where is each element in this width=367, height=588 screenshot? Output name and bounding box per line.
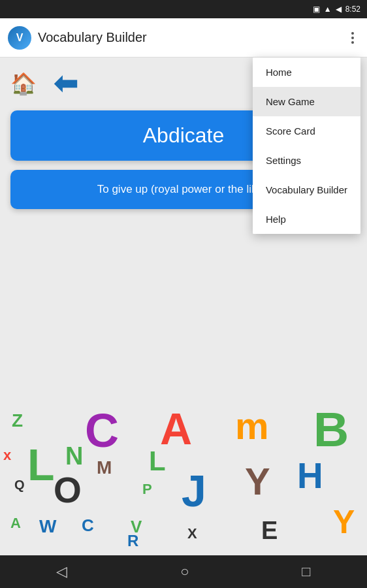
scattered-letter-6: L [27, 439, 55, 490]
scattered-letter-11: O [54, 469, 82, 511]
nav-back-button[interactable]: ◁ [43, 558, 80, 585]
scattered-letter-18: C [82, 515, 94, 536]
scattered-letter-9: L [149, 446, 166, 477]
scattered-letter-15: H [297, 455, 323, 497]
bottom-nav: ◁ ○ □ [0, 555, 367, 588]
status-bar-right: ▣ ▲ ◀ 8:52 [313, 5, 360, 14]
scattered-letter-5: x [3, 447, 11, 464]
dropdown-menu: Home New Game Score Card Settings Vocabu… [253, 57, 360, 234]
nav-home-button[interactable]: ○ [167, 558, 202, 585]
overflow-dot-2 [351, 37, 354, 39]
app-title: Vocabulary Builder [38, 30, 147, 45]
scattered-letter-8: M [97, 457, 112, 478]
scattered-letter-4: B [313, 405, 349, 457]
scattered-letter-23: Y [333, 503, 355, 541]
scattered-letter-1: C [85, 405, 119, 457]
scattered-letter-21: X [187, 525, 197, 542]
status-bar: ▣ ▲ ◀ 8:52 [0, 0, 367, 18]
app-bar-left: V Vocabulary Builder [8, 26, 147, 50]
logo-text: V [16, 32, 24, 44]
scattered-letter-12: P [142, 481, 152, 498]
definition-text: To give up (royal power or the like). [97, 183, 270, 195]
home-icon[interactable]: 🏠 [10, 71, 37, 96]
menu-item-help[interactable]: Help [253, 204, 360, 234]
menu-item-new-game[interactable]: New Game [253, 87, 360, 116]
scattered-letter-13: J [182, 465, 206, 516]
scattered-letter-7: N [65, 442, 83, 470]
scattered-letter-20: R [127, 532, 138, 550]
app-bar: V Vocabulary Builder [0, 18, 367, 57]
signal-icon: ◀ [336, 5, 342, 14]
letters-area: ZCAmBxLNMLQOPJYHAWCVRXEY [0, 405, 367, 555]
scattered-letter-17: W [39, 516, 56, 537]
app-logo: V [8, 26, 31, 50]
menu-item-score-card[interactable]: Score Card [253, 116, 360, 146]
nav-recent-button[interactable]: □ [289, 558, 323, 585]
menu-item-home[interactable]: Home [253, 57, 360, 87]
wifi-icon: ▲ [324, 5, 332, 14]
overflow-dot-3 [351, 41, 354, 44]
scattered-letter-10: Q [14, 478, 25, 493]
overflow-menu-button[interactable] [346, 29, 359, 46]
menu-item-settings[interactable]: Settings [253, 146, 360, 175]
scattered-letter-14: Y [245, 459, 270, 503]
scattered-letter-3: m [235, 405, 269, 448]
menu-item-vocabulary-builder[interactable]: Vocabulary Builder [253, 175, 360, 204]
scattered-letter-0: Z [12, 410, 23, 431]
scattered-letter-16: A [10, 515, 21, 532]
word-text: Abdicate [143, 123, 225, 147]
status-time: 8:52 [345, 5, 360, 14]
overflow-dot-1 [351, 32, 354, 35]
back-arrow-icon[interactable]: ⬅ [54, 67, 78, 100]
scattered-letter-22: E [261, 517, 278, 545]
battery-icon: ▣ [313, 5, 320, 14]
